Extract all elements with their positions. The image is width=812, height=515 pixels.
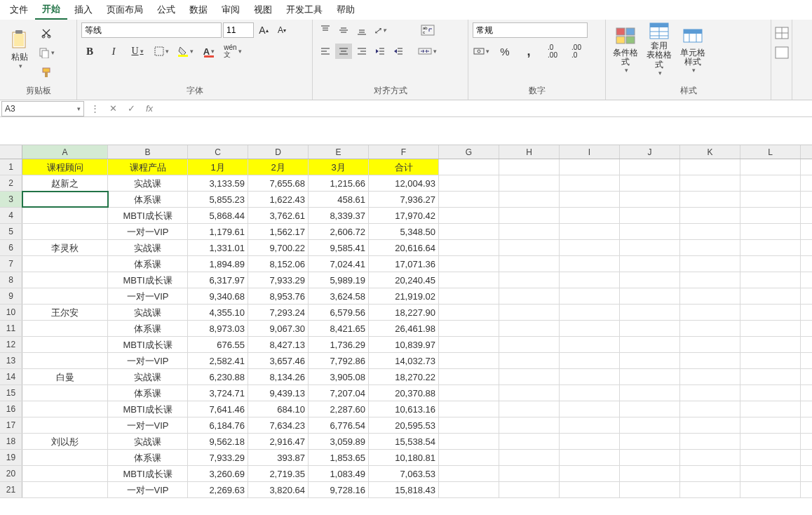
cell-G3[interactable]	[439, 192, 499, 207]
cell-F14[interactable]: 18,270.22	[369, 369, 439, 384]
cell-B6[interactable]: 实战课	[108, 240, 188, 255]
cell-I5[interactable]	[560, 224, 620, 239]
cell-A16[interactable]	[22, 401, 108, 417]
row-header-7[interactable]: 7	[0, 256, 22, 272]
cell-L2[interactable]	[740, 175, 801, 191]
align-right-button[interactable]	[353, 44, 370, 59]
cell-B19[interactable]: 体系课	[108, 450, 188, 465]
column-header-K[interactable]: K	[680, 145, 740, 159]
percent-button[interactable]: %	[496, 44, 513, 59]
cell-E21[interactable]: 9,728.16	[309, 482, 369, 497]
menu-tab-页面布局[interactable]: 页面布局	[100, 1, 150, 19]
cell-G7[interactable]	[439, 256, 499, 272]
cell-B20[interactable]: MBTI成长课	[108, 466, 188, 481]
cell-B11[interactable]: 体系课	[108, 321, 188, 336]
cell-C14[interactable]: 6,230.88	[188, 369, 248, 384]
cell-E6[interactable]: 9,585.41	[309, 240, 369, 255]
cell-C8[interactable]: 6,317.97	[188, 272, 248, 288]
cell-K14[interactable]	[680, 369, 740, 384]
cell-L21[interactable]	[740, 482, 801, 497]
cell-B5[interactable]: 一对一VIP	[108, 224, 188, 239]
cell-C7[interactable]: 1,894.89	[188, 256, 248, 272]
accounting-format-button[interactable]	[473, 44, 489, 59]
cell-K21[interactable]	[680, 482, 740, 497]
cell-K15[interactable]	[680, 385, 740, 401]
cell-I6[interactable]	[560, 240, 620, 255]
cell-B16[interactable]: MBTI成长课	[108, 401, 188, 417]
format-painter-button[interactable]	[38, 65, 55, 80]
menu-tab-审阅[interactable]: 审阅	[215, 1, 247, 19]
decrease-indent-button[interactable]	[372, 44, 388, 59]
conditional-format-button[interactable]: 条件格式	[610, 22, 641, 76]
cell-L17[interactable]	[740, 417, 801, 433]
cell-F1[interactable]: 合计	[369, 159, 439, 175]
cell-A7[interactable]	[22, 256, 108, 272]
row-header-20[interactable]: 20	[0, 466, 22, 481]
menu-tab-数据[interactable]: 数据	[182, 1, 215, 19]
cell-J12[interactable]	[620, 337, 680, 352]
cell-D16[interactable]: 684.10	[248, 401, 309, 417]
enter-formula-button[interactable]: ✓	[122, 101, 140, 116]
cell-G6[interactable]	[439, 240, 499, 255]
decrease-decimal-button[interactable]: .00.0	[568, 44, 585, 59]
name-box[interactable]: A3 ▾	[1, 101, 84, 116]
cell-C4[interactable]: 5,868.44	[188, 208, 248, 223]
cell-H11[interactable]	[499, 321, 560, 336]
cell-K13[interactable]	[680, 353, 740, 368]
cell-K2[interactable]	[680, 175, 740, 191]
cell-H1[interactable]	[499, 159, 560, 175]
cell-G17[interactable]	[439, 417, 499, 433]
column-header-E[interactable]: E	[309, 145, 369, 159]
italic-button[interactable]: I	[105, 44, 122, 59]
cell-G18[interactable]	[439, 434, 499, 449]
comma-button[interactable]: ,	[520, 44, 537, 59]
cell-I16[interactable]	[560, 401, 620, 417]
menu-tab-公式[interactable]: 公式	[150, 1, 182, 19]
cell-L18[interactable]	[740, 434, 801, 449]
cell-K5[interactable]	[680, 224, 740, 239]
cell-C2[interactable]: 3,133.59	[188, 175, 248, 191]
cell-J18[interactable]	[620, 434, 680, 449]
cell-F20[interactable]: 7,063.53	[369, 466, 439, 481]
cell-L7[interactable]	[740, 256, 801, 272]
cell-H18[interactable]	[499, 434, 560, 449]
cell-E13[interactable]: 7,792.86	[309, 353, 369, 368]
cell-C15[interactable]: 3,724.71	[188, 385, 248, 401]
cell-B9[interactable]: 一对一VIP	[108, 288, 188, 304]
cell-K8[interactable]	[680, 272, 740, 288]
cell-J8[interactable]	[620, 272, 680, 288]
cell-E20[interactable]: 1,083.49	[309, 466, 369, 481]
cell-A6[interactable]: 李灵秋	[22, 240, 108, 255]
table-format-button[interactable]: 套用 表格格式	[644, 22, 675, 76]
cell-I1[interactable]	[560, 159, 620, 175]
cell-A1[interactable]: 课程顾问	[22, 159, 108, 175]
cell-I20[interactable]	[560, 466, 620, 481]
column-header-L[interactable]: L	[740, 145, 801, 159]
row-header-14[interactable]: 14	[0, 369, 22, 384]
cell-D18[interactable]: 2,916.47	[248, 434, 309, 449]
cancel-formula-button[interactable]: ✕	[104, 101, 122, 116]
cell-L16[interactable]	[740, 401, 801, 417]
cell-D10[interactable]: 7,293.24	[248, 305, 309, 320]
menu-tab-开发工具[interactable]: 开发工具	[279, 1, 330, 19]
cell-K17[interactable]	[680, 417, 740, 433]
cell-C19[interactable]: 7,933.29	[188, 450, 248, 465]
cell-G20[interactable]	[439, 466, 499, 481]
namebox-dropdown-icon[interactable]: ▾	[77, 105, 81, 112]
row-header-9[interactable]: 9	[0, 288, 22, 304]
cell-D12[interactable]: 8,427.13	[248, 337, 309, 352]
align-top-button[interactable]	[317, 22, 334, 38]
cell-C18[interactable]: 9,562.18	[188, 434, 248, 449]
wrap-text-button[interactable]: abc	[415, 22, 440, 38]
cell-G10[interactable]	[439, 305, 499, 320]
cell-K6[interactable]	[680, 240, 740, 255]
cell-J16[interactable]	[620, 401, 680, 417]
cell-I10[interactable]	[560, 305, 620, 320]
row-header-11[interactable]: 11	[0, 321, 22, 336]
row-header-13[interactable]: 13	[0, 353, 22, 368]
border-button[interactable]	[153, 44, 170, 59]
paste-button[interactable]: 粘贴	[4, 22, 35, 76]
cell-D8[interactable]: 7,933.29	[248, 272, 309, 288]
cell-D5[interactable]: 1,562.17	[248, 224, 309, 239]
cell-F7[interactable]: 17,071.36	[369, 256, 439, 272]
